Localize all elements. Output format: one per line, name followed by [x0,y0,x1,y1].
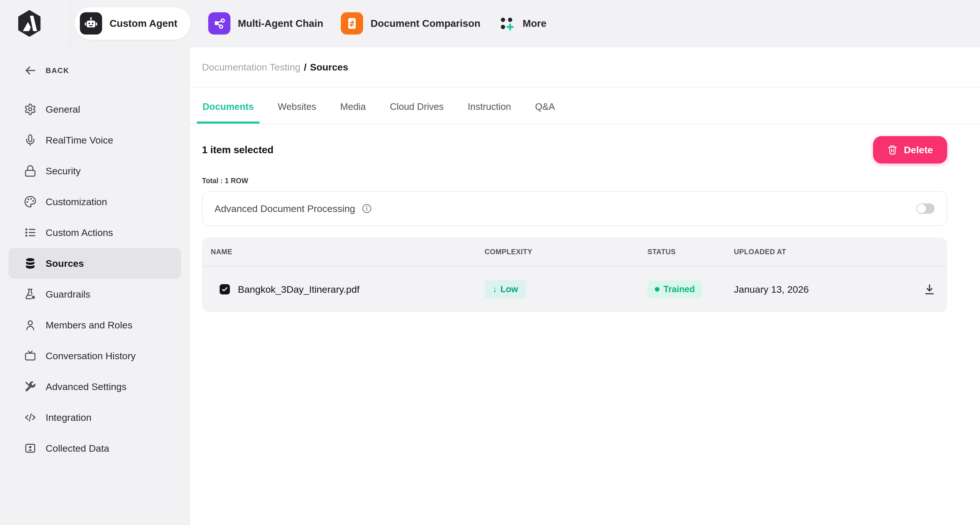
column-header-status: STATUS [648,248,734,256]
sidebar-item-custom-actions[interactable]: Custom Actions [8,217,181,248]
tab-qa[interactable]: Q&A [529,101,561,124]
flask-gear-icon [24,288,37,300]
sidebar-menu: General RealTime Voice Security Customiz… [0,94,190,464]
breadcrumb-separator: / [304,62,306,73]
code-icon [24,411,37,424]
tab-documents[interactable]: Documents [197,101,259,124]
app-logo [17,10,41,37]
robot-icon [80,12,102,35]
nav-label: More [522,18,546,29]
column-header-complexity: COMPLEXITY [485,248,648,256]
table-row: Bangkok_3Day_Itinerary.pdf ↓ Low Trained… [202,266,947,312]
list-icon [24,226,37,239]
sidebar-item-label: Conversation History [46,350,136,362]
download-icon[interactable] [923,283,936,295]
tv-icon [24,349,37,362]
advanced-document-processing-card: Advanced Document Processing [202,191,947,226]
complexity-badge: ↓ Low [485,280,526,299]
more-dots-icon [498,15,515,32]
sidebar-item-conversation-history[interactable]: Conversation History [8,340,181,371]
sidebar-item-advanced-settings[interactable]: Advanced Settings [8,371,181,402]
tab-instruction[interactable]: Instruction [462,101,517,124]
palette-icon [24,195,37,208]
sidebar-item-security[interactable]: Security [8,155,181,186]
sidebar-item-collected-data[interactable]: Collected Data [8,433,181,464]
sidebar-item-realtime-voice[interactable]: RealTime Voice [8,125,181,155]
breadcrumb: Documentation Testing / Sources [190,47,980,88]
breadcrumb-current: Sources [310,62,348,73]
nav-label: Custom Agent [110,18,177,29]
sidebar-item-sources[interactable]: Sources [8,248,181,279]
selection-count: 1 item selected [202,144,274,155]
sources-table: NAME COMPLEXITY STATUS UPLOADED AT Bangk… [202,238,947,312]
tab-custom-agent[interactable]: Custom Agent [75,7,191,40]
row-checkbox[interactable] [220,284,230,294]
sidebar-item-integration[interactable]: Integration [8,402,181,433]
top-navigation-bar: Custom Agent Multi-Agent Chain Document … [0,0,980,47]
arrow-left-icon [23,64,37,77]
sidebar-item-label: Members and Roles [46,319,132,331]
sidebar-item-label: Collected Data [46,443,109,454]
tab-cloud-drives[interactable]: Cloud Drives [384,101,450,124]
total-rows-label: Total : 1 ROW [202,177,947,185]
agent-chain-icon [208,12,231,35]
delete-button[interactable]: Delete [873,136,947,163]
sidebar-item-label: Integration [46,412,92,423]
back-button[interactable]: BACK [23,64,190,77]
sidebar-item-label: Guardrails [46,289,91,300]
uploaded-at-value: January 13, 2026 [734,284,911,295]
sidebar-item-guardrails[interactable]: Guardrails [8,279,181,310]
document-comparison-icon [341,12,363,35]
sidebar-item-customization[interactable]: Customization [8,186,181,217]
sidebar-item-label: Customization [46,196,107,207]
topbar-divider [70,0,71,47]
back-label: BACK [46,66,69,75]
tab-multi-agent-chain[interactable]: Multi-Agent Chain [208,12,323,35]
sidebar-item-label: RealTime Voice [46,135,113,146]
source-tabs: Documents Websites Media Cloud Drives In… [190,88,980,124]
advanced-processing-label: Advanced Document Processing [215,203,355,214]
arrow-down-icon: ↓ [493,284,497,294]
advanced-processing-toggle[interactable] [916,203,935,214]
tab-document-comparison[interactable]: Document Comparison [341,12,480,35]
tab-websites[interactable]: Websites [272,101,322,124]
sidebar-item-label: Security [46,166,81,177]
check-icon [221,286,229,293]
tab-media[interactable]: Media [334,101,372,124]
table-header-row: NAME COMPLEXITY STATUS UPLOADED AT [202,238,947,266]
person-icon [24,319,37,331]
gear-icon [24,103,37,116]
tab-more[interactable]: More [498,15,546,32]
microphone-icon [24,134,37,146]
sidebar-item-members-and-roles[interactable]: Members and Roles [8,310,181,340]
file-name: Bangkok_3Day_Itinerary.pdf [238,284,360,295]
breadcrumb-parent[interactable]: Documentation Testing [202,62,300,73]
lock-icon [24,164,37,177]
nav-label: Document Comparison [371,18,480,29]
complexity-value: Low [501,284,518,294]
info-icon[interactable] [361,203,372,214]
database-icon [24,257,37,270]
status-badge: Trained [648,281,702,298]
tools-icon [24,380,37,393]
sidebar-item-label: Custom Actions [46,227,113,238]
settings-sidebar: BACK General RealTime Voice Security C [0,47,190,525]
column-header-uploaded-at: UPLOADED AT [734,248,911,256]
status-dot-icon [655,287,659,292]
delete-button-label: Delete [904,144,933,155]
status-value: Trained [663,284,695,294]
nav-label: Multi-Agent Chain [238,18,323,29]
sidebar-item-general[interactable]: General [8,94,181,125]
id-card-icon [24,442,37,455]
column-header-name: NAME [202,248,485,256]
main-panel: Documentation Testing / Sources Document… [190,47,980,525]
sidebar-item-label: Advanced Settings [46,381,127,393]
trash-icon [887,145,897,155]
toggle-knob [917,204,926,213]
sidebar-item-label: Sources [46,258,84,269]
sidebar-item-label: General [46,104,80,115]
